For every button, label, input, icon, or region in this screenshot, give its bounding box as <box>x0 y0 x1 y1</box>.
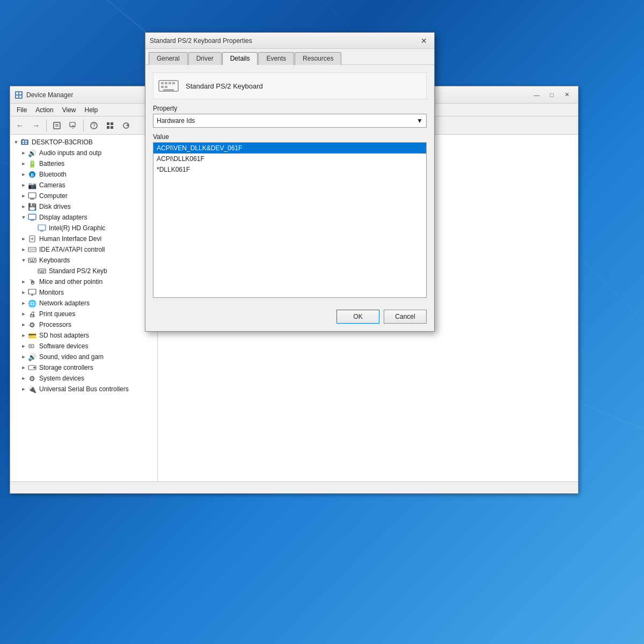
tab-driver[interactable]: Driver <box>188 52 222 65</box>
tree-item-ide[interactable]: ► IDE ATA/ATAPI controll <box>10 244 157 255</box>
svg-rect-6 <box>16 96 18 98</box>
svg-rect-45 <box>39 270 40 271</box>
tree-disk-icon: 💾 <box>27 202 37 211</box>
svg-rect-40 <box>30 259 31 260</box>
tree-ide-arrow: ► <box>20 247 27 252</box>
forward-button[interactable]: → <box>28 118 43 133</box>
tree-item-ps2-keyboard[interactable]: Standard PS/2 Keyb <box>10 266 157 276</box>
tree-cameras-arrow: ► <box>20 182 27 188</box>
tree-intel-arrow <box>30 225 37 231</box>
device-icon-large <box>158 77 179 94</box>
tree-item-print[interactable]: ► 🖨 Print queues <box>10 309 157 319</box>
svg-rect-42 <box>34 259 35 260</box>
property-section: Property Hardware Ids ▼ <box>153 105 427 128</box>
tree-item-sd-host[interactable]: ► 💳 SD host adapters <box>10 330 157 341</box>
tree-audio-arrow: ► <box>20 150 27 156</box>
value-listbox[interactable]: ACPI\VEN_DLLK&DEV_061F ACPI\DLLK061F *DL… <box>153 142 427 298</box>
menu-view[interactable]: View <box>58 105 80 115</box>
menu-action[interactable]: Action <box>31 105 57 115</box>
display-all-button[interactable] <box>103 118 118 133</box>
tree-item-keyboards[interactable]: ▼ Keyboards <box>10 255 157 266</box>
tree-item-display[interactable]: ▼ Display adapters <box>10 212 157 223</box>
close-button[interactable]: ✕ <box>560 90 574 100</box>
tree-sound-icon: 🔊 <box>27 353 37 361</box>
window-controls: — □ ✕ <box>530 90 574 100</box>
svg-text:B: B <box>31 172 34 178</box>
tree-item-usb[interactable]: ► 🔌 Universal Serial Bus controllers <box>10 384 157 394</box>
tree-network-label: Network adapters <box>39 299 90 307</box>
tab-resources[interactable]: Resources <box>295 52 341 65</box>
tree-item-system[interactable]: ► ⚙ System devices <box>10 373 157 384</box>
tree-item-software-devices[interactable]: ► Software devices <box>10 341 157 352</box>
tree-item-monitors[interactable]: ► Monitors <box>10 287 157 298</box>
help-button[interactable]: ? <box>86 118 101 133</box>
properties-dialog: Standard PS/2 Keyboard Properties ✕ Gene… <box>145 32 435 332</box>
tree-sound-arrow: ► <box>20 354 27 360</box>
tree-keyboards-arrow: ▼ <box>20 258 27 263</box>
tree-root-arrow: ▼ <box>12 140 20 145</box>
svg-rect-5 <box>19 92 21 94</box>
value-item-1[interactable]: ACPI\DLLK061F <box>153 153 426 164</box>
cancel-button[interactable]: Cancel <box>384 310 427 324</box>
tree-processors-arrow: ► <box>20 322 27 327</box>
tree-item-batteries[interactable]: ► 🔋 Batteries <box>10 158 157 169</box>
tree-item-processors[interactable]: ► ⚙ Processors <box>10 319 157 330</box>
tree-storage-icon <box>27 363 37 372</box>
tree-item-network[interactable]: ► 🌐 Network adapters <box>10 298 157 309</box>
tree-bluetooth-label: Bluetooth <box>39 171 67 178</box>
tab-general[interactable]: General <box>149 52 188 65</box>
tree-hid-icon <box>27 235 37 243</box>
tree-item-cameras[interactable]: ► 📷 Cameras <box>10 180 157 191</box>
svg-rect-30 <box>28 214 36 219</box>
tab-events[interactable]: Events <box>258 52 294 65</box>
maximize-button[interactable]: □ <box>545 90 559 100</box>
tree-display-icon <box>27 213 37 222</box>
tree-root[interactable]: ▼ DESKTOP-B3CRIOB <box>10 137 157 148</box>
svg-rect-16 <box>111 122 113 125</box>
svg-rect-46 <box>41 270 42 271</box>
tree-keyboards-label: Keyboards <box>39 257 70 264</box>
device-header-name: Standard PS/2 Keyboard <box>186 82 263 90</box>
tree-disk-arrow: ► <box>20 204 27 209</box>
minimize-button[interactable]: — <box>530 90 544 100</box>
svg-rect-62 <box>161 86 164 88</box>
svg-rect-28 <box>28 193 36 198</box>
tree-item-intel-hd[interactable]: Intel(R) HD Graphic <box>10 223 157 233</box>
svg-rect-31 <box>31 220 34 221</box>
value-item-2[interactable]: *DLLK061F <box>153 164 426 175</box>
svg-rect-22 <box>23 141 24 142</box>
tab-details[interactable]: Details <box>222 52 258 65</box>
svg-rect-18 <box>111 126 113 129</box>
device-tree[interactable]: ▼ DESKTOP-B3CRIOB ► 🔊 Audio <box>10 135 158 481</box>
tree-item-disk-drives[interactable]: ► 💾 Disk drives <box>10 201 157 212</box>
tree-software-arrow: ► <box>20 343 27 349</box>
update-driver-button[interactable] <box>65 118 80 133</box>
toolbar-separator-1 <box>46 120 47 131</box>
svg-text:?: ? <box>92 123 96 129</box>
tree-network-arrow: ► <box>20 301 27 306</box>
tree-ide-icon <box>27 245 37 254</box>
tree-item-hid[interactable]: ► Human Interface Devi <box>10 233 157 244</box>
tree-item-computer[interactable]: ► Computer <box>10 191 157 201</box>
menu-help[interactable]: Help <box>80 105 103 115</box>
property-dropdown-arrow: ▼ <box>416 117 423 125</box>
tree-item-bluetooth[interactable]: ► B Bluetooth <box>10 169 157 180</box>
tree-sd-label: SD host adapters <box>39 332 89 339</box>
svg-rect-7 <box>19 96 21 98</box>
scan-changes-button[interactable] <box>119 118 134 133</box>
tree-sd-arrow: ► <box>20 333 27 338</box>
back-button[interactable]: ← <box>12 118 27 133</box>
property-dropdown[interactable]: Hardware Ids ▼ <box>153 114 427 128</box>
tree-item-mice[interactable]: ► 🖱 Mice and other pointin <box>10 276 157 287</box>
svg-rect-8 <box>54 122 60 129</box>
value-item-0[interactable]: ACPI\VEN_DLLK&DEV_061F <box>153 143 426 153</box>
tree-item-sound[interactable]: ► 🔊 Sound, video and gam <box>10 352 157 362</box>
svg-rect-64 <box>163 89 174 91</box>
properties-button[interactable] <box>49 118 64 133</box>
tree-item-audio[interactable]: ► 🔊 Audio inputs and outp <box>10 148 157 158</box>
tree-item-storage[interactable]: ► Storage controllers <box>10 362 157 373</box>
svg-rect-49 <box>28 289 36 294</box>
ok-button[interactable]: OK <box>336 310 379 324</box>
menu-file[interactable]: File <box>12 105 31 115</box>
dialog-close-button[interactable]: ✕ <box>418 35 430 46</box>
